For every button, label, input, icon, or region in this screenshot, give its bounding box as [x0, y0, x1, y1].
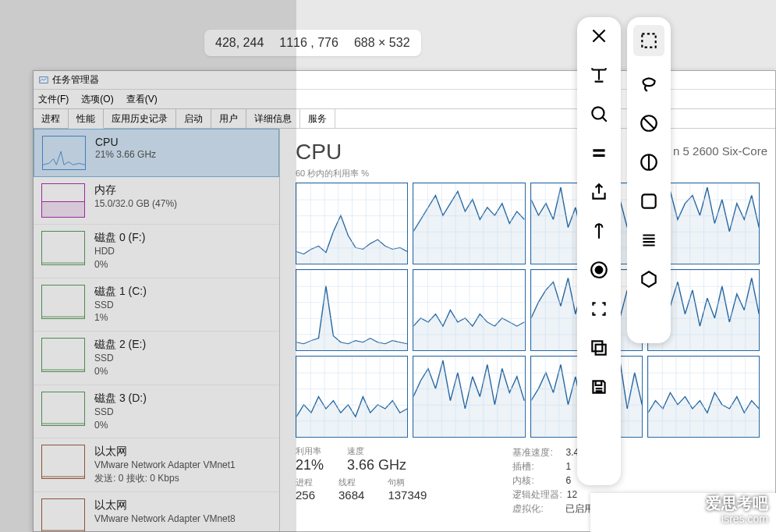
disk-graph-icon [41, 392, 85, 426]
equal-icon[interactable] [585, 142, 613, 164]
lines-icon[interactable] [635, 229, 663, 251]
sidebar-item[interactable]: 内存15.0/32.0 GB (47%) [34, 177, 279, 225]
disk-graph-icon [41, 338, 85, 372]
chart-axis-label: 60 秒内的利用率 % [296, 168, 760, 179]
svg-rect-5 [596, 345, 606, 355]
svg-point-1 [592, 107, 604, 119]
sidebar-item-sub: 15.0/32.0 GB (47%) [94, 197, 177, 211]
sidebar-item[interactable]: 磁盘 0 (F:)HDD0% [34, 225, 279, 278]
cpu-core-chart[interactable] [413, 356, 525, 438]
sidebar-item-sub: 21% 3.66 GHz [95, 148, 156, 161]
sidebar-item[interactable]: 以太网VMware Network Adapter VMnet1发送: 0 接收… [34, 438, 279, 492]
speed-value: 3.66 GHz [347, 457, 406, 473]
save-icon[interactable] [585, 376, 613, 398]
mem-graph-icon [41, 183, 85, 218]
util-label: 利用率 [296, 445, 324, 457]
net-graph-icon [41, 498, 85, 531]
cpu-core-chart[interactable] [413, 269, 525, 351]
threads-value: 3684 [338, 488, 364, 502]
procs-label: 进程 [296, 477, 315, 488]
tab-processes[interactable]: 进程 [34, 109, 69, 128]
sidebar-item-sub: VMware Network Adapter VMnet1发送: 0 接收: 0… [94, 459, 236, 485]
sidebar-item-title: 以太网 [94, 498, 236, 512]
copy-icon[interactable] [585, 337, 613, 359]
procs-value: 256 [296, 488, 315, 502]
handles-label: 句柄 [388, 477, 427, 488]
coord-end: 1116 , 776 [279, 36, 338, 50]
close-icon[interactable] [585, 25, 613, 47]
tab-startup[interactable]: 启动 [176, 109, 211, 128]
sidebar-item-title: 磁盘 0 (F:) [94, 231, 145, 245]
sidebar-item-title: 磁盘 2 (E:) [94, 338, 146, 352]
window-title: 任务管理器 [52, 73, 99, 87]
sidebar-item-title: 内存 [94, 183, 177, 197]
cpu-core-chart[interactable] [296, 183, 408, 264]
cancel-circle-icon[interactable] [635, 112, 663, 134]
watermark: 爱思考吧 isres.com [706, 494, 768, 526]
coord-size: 688 × 532 [354, 36, 410, 50]
menu-options[interactable]: 选项(O) [81, 93, 113, 106]
threads-label: 线程 [338, 477, 364, 488]
sidebar-item-sub: SSD0% [94, 406, 147, 432]
svg-rect-6 [642, 34, 655, 47]
disk-graph-icon [41, 231, 85, 265]
menu-file[interactable]: 文件(F) [38, 93, 69, 106]
cpu-core-chart[interactable] [296, 269, 408, 351]
sidebar-item-title: CPU [95, 136, 156, 148]
performance-main: CPU n 5 2600 Six-Core 60 秒内的利用率 % 利用率21%… [280, 129, 775, 531]
menu-view[interactable]: 查看(V) [126, 93, 158, 106]
disk-graph-icon [41, 285, 85, 319]
sidebar-item-sub: HDD0% [94, 245, 145, 271]
sidebar-item-sub: VMware Network Adapter VMnet8 [94, 512, 236, 526]
square-icon[interactable] [635, 190, 663, 212]
marquee-icon[interactable] [633, 25, 664, 56]
screenshot-toolbar-left [577, 17, 621, 485]
tab-users[interactable]: 用户 [211, 109, 246, 128]
fullscreen-icon[interactable] [585, 298, 613, 320]
cpu-core-chart[interactable] [413, 183, 525, 264]
app-icon [38, 75, 49, 86]
sidebar-item-title: 以太网 [94, 445, 236, 459]
sidebar-item-title: 磁盘 3 (D:) [94, 392, 147, 406]
speed-label: 速度 [347, 445, 406, 457]
cpu-core-chart[interactable] [296, 356, 408, 438]
cpu-model: n 5 2600 Six-Core [673, 144, 767, 158]
pin-icon[interactable] [585, 220, 613, 242]
sidebar-item-title: 磁盘 1 (C:) [94, 285, 147, 299]
sidebar-item[interactable]: CPU21% 3.66 GHz [34, 129, 279, 177]
sidebar-item-sub: SSD0% [94, 352, 146, 378]
text-box-icon[interactable] [585, 64, 613, 86]
sidebar-item-sub: SSD1% [94, 299, 147, 325]
coordinate-badge: 428, 244 1116 , 776 688 × 532 [204, 30, 421, 56]
svg-rect-4 [592, 341, 602, 351]
handles-value: 137349 [388, 488, 427, 502]
record-icon[interactable] [585, 259, 613, 281]
sidebar-item[interactable]: 磁盘 3 (D:)SSD0% [34, 385, 279, 439]
coord-origin: 428, 244 [215, 36, 264, 50]
hexagon-icon[interactable] [635, 268, 663, 290]
util-value: 21% [296, 457, 324, 473]
net-graph-icon [41, 445, 85, 479]
lasso-icon[interactable] [635, 73, 663, 95]
cpu-core-chart-grid [296, 183, 760, 438]
svg-rect-9 [642, 194, 655, 207]
tab-performance[interactable]: 性能 [69, 109, 104, 129]
tab-services[interactable]: 服务 [300, 109, 335, 128]
cpu-graph-icon [42, 136, 86, 170]
performance-sidebar[interactable]: CPU21% 3.66 GHz内存15.0/32.0 GB (47%)磁盘 0 … [34, 129, 280, 531]
sidebar-item[interactable]: 以太网VMware Network Adapter VMnet8 [34, 492, 279, 531]
watermark-line2: isres.com [706, 512, 768, 526]
cpu-core-chart[interactable] [647, 356, 760, 438]
svg-point-3 [596, 267, 603, 274]
share-icon[interactable] [585, 181, 613, 203]
sidebar-item[interactable]: 磁盘 2 (E:)SSD0% [34, 332, 279, 385]
search-icon[interactable] [585, 103, 613, 125]
tab-details[interactable]: 详细信息 [246, 109, 300, 128]
sidebar-item[interactable]: 磁盘 1 (C:)SSD1% [34, 278, 279, 332]
watermark-line1: 爱思考吧 [706, 494, 768, 512]
screenshot-toolbar-right [627, 17, 671, 343]
contrast-icon[interactable] [635, 151, 663, 173]
tab-app-history[interactable]: 应用历史记录 [104, 109, 176, 128]
